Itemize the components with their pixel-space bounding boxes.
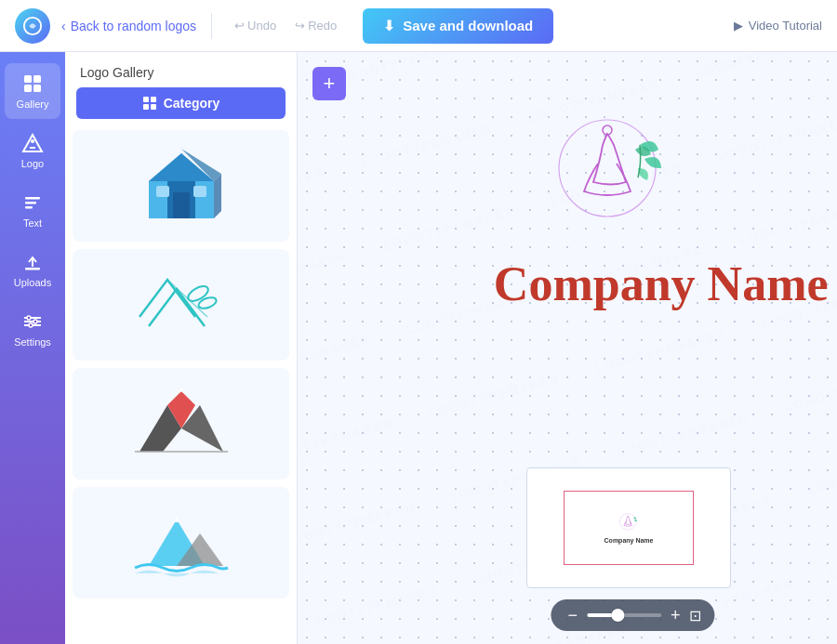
svg-rect-2	[33, 75, 41, 83]
svg-rect-25	[151, 104, 156, 110]
divider	[211, 13, 212, 39]
svg-rect-10	[25, 206, 33, 209]
blue-mountains-logo-svg	[130, 501, 232, 585]
gallery-panel: Logo Gallery Category	[65, 52, 298, 644]
add-icon: +	[324, 72, 336, 96]
svg-rect-9	[25, 202, 36, 204]
preview-logo-mini	[616, 513, 642, 535]
download-icon: ⬇	[383, 18, 395, 34]
company-name-part2: Name	[708, 257, 829, 310]
main-content: Gallery Logo Text Uploads	[0, 52, 837, 644]
uploads-label: Uploads	[14, 277, 51, 288]
sidebar-item-logo[interactable]: Logo	[5, 123, 60, 178]
company-name-text: Company Name	[494, 256, 829, 311]
svg-point-35	[196, 295, 217, 309]
svg-rect-23	[151, 97, 156, 102]
canvas-area: LOGOTYPEMAKERLOGOTYPEMAKERLOGOTYPEMAKERL…	[298, 52, 837, 644]
svg-rect-4	[33, 85, 41, 92]
category-label: Category	[164, 96, 220, 111]
svg-marker-32	[214, 174, 221, 218]
svg-rect-31	[193, 186, 206, 197]
preview-company-mini: Company Name	[604, 537, 654, 544]
uploads-icon	[21, 251, 44, 273]
redo-label: Redo	[308, 19, 337, 33]
zoom-bar: − + ⊡	[551, 599, 714, 631]
logo-item-arrows[interactable]	[73, 249, 289, 361]
topbar: ‹ Back to random logos ↩ Undo ↪ Redo ⬇ S…	[0, 0, 837, 52]
zoom-out-button[interactable]: −	[564, 605, 581, 625]
sidebar-item-text[interactable]: Text	[5, 182, 60, 238]
svg-rect-12	[25, 268, 40, 270]
text-icon	[21, 191, 44, 214]
category-button[interactable]: Category	[76, 87, 286, 119]
play-icon: ▶	[734, 19, 743, 33]
video-tutorial-label: Video Tutorial	[749, 19, 822, 33]
svg-rect-8	[25, 197, 40, 200]
sidebar-item-gallery[interactable]: Gallery	[5, 63, 60, 119]
crop-icon: ⊡	[689, 608, 701, 624]
svg-rect-29	[173, 192, 190, 218]
grid-icon	[142, 96, 157, 111]
sidebar-item-settings[interactable]: Settings	[5, 301, 60, 357]
canvas-logo[interactable]	[538, 117, 686, 242]
zoom-plus-icon: +	[671, 606, 681, 624]
settings-icon	[21, 310, 44, 333]
settings-label: Settings	[14, 336, 51, 348]
company-name-part1: Company	[494, 257, 708, 310]
back-button[interactable]: ‹ Back to random logos	[61, 19, 196, 33]
gallery-icon	[21, 72, 44, 95]
sidebar: Gallery Logo Text Uploads	[0, 52, 65, 644]
save-download-label: Save and download	[403, 18, 533, 33]
video-tutorial-button[interactable]: ▶ Video Tutorial	[734, 19, 822, 33]
house-logo-svg	[140, 144, 223, 228]
arrows-logo-svg	[135, 266, 228, 345]
logo-item-blue-mountains[interactable]	[73, 487, 289, 598]
zoom-slider[interactable]	[587, 613, 661, 617]
svg-marker-44	[175, 516, 179, 522]
back-label: Back to random logos	[71, 19, 196, 33]
undo-redo-group: ↩ Undo ↪ Redo	[227, 15, 344, 36]
logo-icon	[21, 132, 44, 154]
preview-box[interactable]: Company Name	[526, 467, 731, 588]
svg-rect-22	[143, 97, 149, 102]
save-download-button[interactable]: ⬇ Save and download	[363, 8, 553, 44]
logo-item-mountains[interactable]	[73, 368, 289, 480]
dress-logo-svg	[538, 117, 686, 238]
svg-point-6	[31, 139, 34, 143]
crop-button[interactable]: ⊡	[689, 607, 701, 624]
logo-list	[65, 130, 297, 644]
mountains-logo-svg	[130, 382, 232, 466]
svg-rect-30	[156, 186, 169, 197]
company-name-container[interactable]: Company Name	[494, 256, 829, 311]
undo-button[interactable]: ↩ Undo	[227, 15, 284, 36]
sidebar-item-uploads[interactable]: Uploads	[5, 242, 60, 297]
zoom-minus-icon: −	[567, 606, 578, 624]
gallery-panel-title: Logo Gallery	[65, 52, 297, 87]
svg-rect-1	[24, 75, 32, 83]
text-label: Text	[23, 217, 42, 229]
watermark-row: LOGOTYPEMAKERLOGOTYPEMAKERLOGOTYPEMAKERL…	[298, 311, 785, 465]
undo-label: Undo	[247, 19, 276, 33]
svg-rect-3	[24, 85, 32, 92]
logo-label: Logo	[21, 158, 44, 169]
app-logo	[15, 8, 50, 44]
logo-item-house[interactable]	[73, 130, 289, 242]
svg-rect-24	[143, 104, 149, 110]
zoom-in-button[interactable]: +	[667, 605, 684, 625]
add-element-button[interactable]: +	[312, 67, 346, 100]
gallery-label: Gallery	[17, 99, 49, 110]
back-chevron-icon: ‹	[61, 19, 66, 33]
redo-icon: ↪	[295, 19, 305, 33]
undo-icon: ↩	[234, 19, 245, 33]
preview-inner: Company Name	[564, 491, 694, 565]
redo-button[interactable]: ↪ Redo	[287, 15, 344, 36]
